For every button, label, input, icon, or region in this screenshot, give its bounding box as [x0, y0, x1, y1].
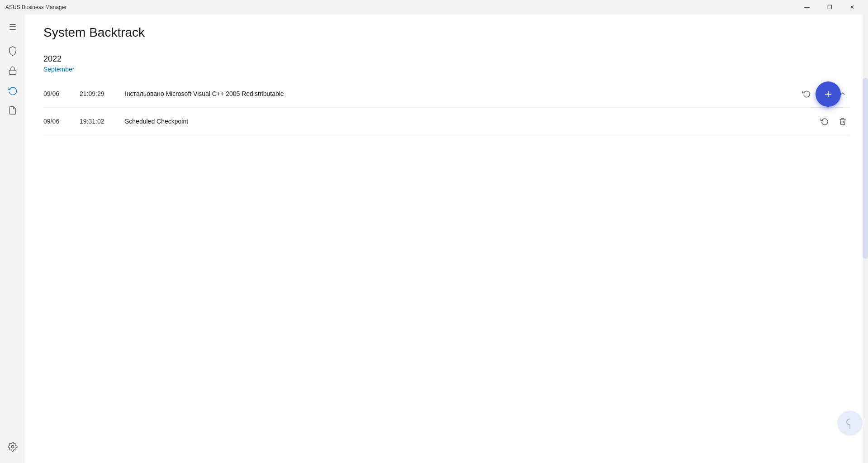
svg-point-1: [11, 445, 14, 448]
sidebar-item-lock[interactable]: [4, 62, 22, 80]
entry-date: 09/06: [43, 118, 80, 125]
restore-icon: [802, 90, 811, 98]
restore-button[interactable]: [799, 86, 814, 101]
restore-button[interactable]: [817, 114, 832, 129]
sidebar-top: ☰: [4, 18, 22, 438]
main-content: System Backtrack 2022 September 09/06 21…: [25, 14, 868, 463]
year-label: 2022: [43, 54, 850, 64]
app-title: ASUS Business Manager: [5, 4, 66, 10]
table-row: 09/06 21:09:29 Інстальовано Microsoft Vi…: [43, 80, 850, 108]
sidebar: ☰: [0, 14, 25, 463]
entries-list: 09/06 21:09:29 Інстальовано Microsoft Vi…: [43, 80, 850, 135]
entry-time: 19:31:02: [80, 118, 125, 125]
svg-point-2: [849, 428, 850, 429]
help-icon: [844, 417, 856, 430]
shield-icon: [8, 46, 18, 56]
history-icon: [8, 86, 18, 95]
svg-rect-0: [9, 70, 16, 74]
entry-description: Інстальовано Microsoft Visual C++ 2005 R…: [125, 90, 799, 97]
table-row: 09/06 19:31:02 Scheduled Checkpoint: [43, 108, 850, 135]
settings-icon: [8, 442, 18, 452]
trash-icon: [839, 117, 847, 125]
titlebar: ASUS Business Manager — ❐ ✕: [0, 0, 868, 14]
app-container: ☰: [0, 0, 868, 463]
sidebar-item-settings[interactable]: [4, 438, 22, 456]
sidebar-item-shield[interactable]: [4, 42, 22, 60]
plus-icon: +: [825, 88, 832, 100]
sidebar-item-history[interactable]: [4, 81, 22, 100]
sidebar-bottom: [4, 438, 22, 463]
month-label: September: [43, 66, 850, 73]
entry-date: 09/06: [43, 90, 80, 97]
file-icon: [8, 106, 17, 115]
lock-icon: [8, 66, 17, 75]
close-button[interactable]: ✕: [842, 0, 863, 14]
restore-button[interactable]: ❐: [819, 0, 840, 14]
helper-widget[interactable]: [837, 410, 863, 436]
hamburger-icon: ☰: [9, 22, 16, 32]
entry-time: 21:09:29: [80, 90, 125, 97]
page-title: System Backtrack: [43, 25, 850, 40]
restore-icon: [821, 117, 829, 125]
delete-button[interactable]: [835, 114, 850, 129]
scrollbar-track: [863, 14, 868, 463]
scrollbar-thumb[interactable]: [863, 78, 868, 259]
entry-description: Scheduled Checkpoint: [125, 118, 817, 125]
sidebar-hamburger[interactable]: ☰: [4, 18, 22, 36]
entry-actions: [817, 114, 850, 129]
minimize-button[interactable]: —: [797, 0, 817, 14]
add-checkpoint-button[interactable]: +: [816, 81, 841, 107]
window-controls: — ❐ ✕: [797, 0, 863, 14]
sidebar-item-file[interactable]: [4, 101, 22, 119]
